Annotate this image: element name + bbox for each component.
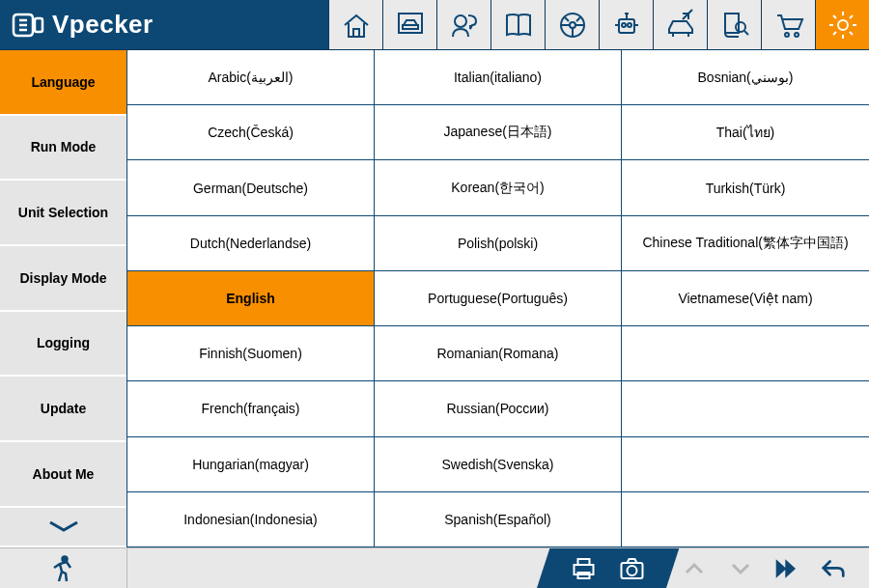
settings-icon[interactable] [815, 0, 869, 49]
language-option[interactable]: Thai(ไทย) [622, 105, 869, 160]
camera-icon[interactable] [619, 555, 646, 582]
back-icon [821, 554, 846, 583]
svg-rect-13 [578, 559, 590, 565]
vehicle-screen-icon[interactable] [382, 0, 436, 49]
logo-icon [12, 13, 44, 38]
language-option[interactable]: Polish(polski) [375, 216, 622, 271]
toolbar [328, 0, 869, 49]
language-option [622, 437, 869, 492]
language-option[interactable]: Hungarian(magyar) [127, 437, 375, 492]
language-option [622, 381, 869, 436]
language-option[interactable]: Czech(Česká) [127, 105, 375, 160]
sidebar-item-label: Run Mode [31, 139, 97, 154]
sidebar-item-label: About Me [33, 466, 95, 482]
exit-button[interactable] [0, 548, 127, 588]
chevron-down-icon [46, 518, 81, 534]
nav-forward[interactable] [774, 556, 799, 581]
sidebar-item-display-mode[interactable]: Display Mode [0, 246, 126, 312]
sidebar-item-logging[interactable]: Logging [0, 312, 126, 378]
svg-point-8 [736, 22, 745, 32]
language-option [622, 326, 869, 381]
svg-rect-0 [35, 18, 42, 32]
double-chevron-right-icon [774, 554, 799, 583]
language-option[interactable]: German(Deutsche) [127, 160, 375, 215]
language-option[interactable]: Dutch(Nederlandse) [127, 216, 375, 271]
footer-nav [659, 548, 869, 588]
sidebar: Language Run Mode Unit Selection Display… [0, 50, 127, 547]
book-search-icon[interactable] [707, 0, 761, 49]
language-option[interactable]: Japanese(日本語) [375, 105, 622, 160]
sidebar-item-run-mode[interactable]: Run Mode [0, 116, 126, 182]
nav-back[interactable] [821, 556, 846, 581]
robot-icon[interactable] [599, 0, 653, 49]
nav-down[interactable] [728, 556, 753, 581]
language-option [622, 492, 869, 547]
svg-point-11 [838, 20, 848, 30]
language-option[interactable]: Arabic(العربية) [127, 50, 375, 105]
language-grid: Arabic(العربية)Italian(italiano)Bosnian(… [127, 50, 869, 547]
svg-point-2 [455, 15, 466, 27]
sidebar-item-language[interactable]: Language [0, 50, 126, 116]
car-diag-icon[interactable] [653, 0, 707, 49]
sidebar-item-about-me[interactable]: About Me [0, 442, 126, 508]
svg-point-6 [622, 23, 626, 27]
language-option[interactable]: English [127, 271, 375, 326]
chevron-down-icon [729, 557, 752, 580]
language-option[interactable]: Swedish(Svenska) [375, 437, 622, 492]
sidebar-item-label: Logging [37, 335, 90, 350]
cart-icon[interactable] [761, 0, 815, 49]
language-option[interactable]: Finnish(Suomen) [127, 326, 375, 381]
language-option[interactable]: Turkish(Türk) [622, 160, 869, 215]
sidebar-item-label: Update [41, 401, 86, 416]
manual-icon[interactable] [491, 0, 545, 49]
footer-actions [537, 548, 679, 588]
steering-icon[interactable] [545, 0, 599, 49]
sidebar-item-unit-selection[interactable]: Unit Selection [0, 181, 126, 246]
sidebar-item-label: Unit Selection [18, 205, 108, 220]
language-option[interactable]: Chinese Traditional(繁体字中国語) [622, 216, 869, 271]
svg-point-10 [795, 33, 799, 37]
svg-point-4 [570, 22, 575, 28]
sidebar-item-label: Display Mode [19, 270, 106, 286]
language-option[interactable]: French(français) [127, 381, 375, 436]
language-option[interactable]: Romanian(Romana) [375, 326, 622, 381]
svg-point-12 [62, 556, 67, 561]
run-icon [49, 554, 78, 583]
language-option[interactable]: Korean(한국어) [375, 160, 622, 215]
sidebar-item-update[interactable]: Update [0, 377, 126, 442]
svg-point-9 [785, 33, 789, 37]
chevron-up-icon [683, 557, 706, 580]
svg-point-7 [628, 23, 631, 27]
print-icon[interactable] [571, 555, 598, 582]
language-option[interactable]: Spanish(Español) [375, 492, 622, 547]
language-option[interactable]: Russian(России) [375, 381, 622, 436]
brand-name: Vpecker [52, 10, 154, 40]
nav-up[interactable] [682, 556, 707, 581]
header: Vpecker [0, 0, 869, 50]
footer [0, 547, 869, 588]
sidebar-more[interactable] [0, 508, 126, 547]
home-icon[interactable] [328, 0, 382, 49]
sidebar-item-label: Language [31, 74, 95, 90]
svg-point-17 [628, 566, 637, 575]
logo-area: Vpecker [0, 10, 328, 40]
language-option[interactable]: Bosnian(بوسني) [622, 50, 869, 105]
language-option[interactable]: Portuguese(Português) [375, 271, 622, 326]
language-option[interactable]: Vietnamese(Việt nam) [622, 271, 869, 326]
language-option[interactable]: Italian(italiano) [375, 50, 622, 105]
support-icon[interactable] [436, 0, 491, 49]
main: Language Run Mode Unit Selection Display… [0, 50, 869, 547]
language-option[interactable]: Indonesian(Indonesia) [127, 492, 375, 547]
